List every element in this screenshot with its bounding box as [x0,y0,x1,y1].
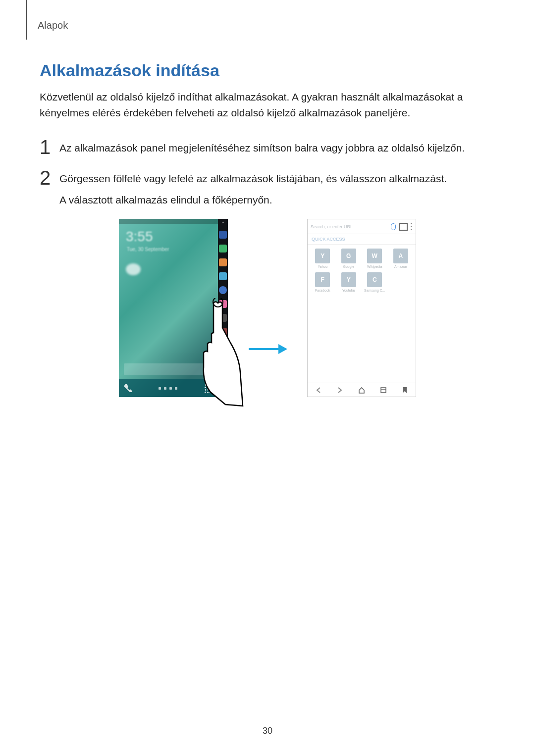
saved-pages-icon [380,387,387,394]
step-text: Az alkalmazások panel megjelenítéséhez s… [59,140,465,156]
chevron-down-icon: ⌄ [221,339,225,346]
chevron-up-icon: ⌃ [221,221,225,228]
step-2: 2 Görgessen fölfelé vagy lefelé az alkal… [40,168,495,208]
home-icon [358,387,365,394]
browser-toolbar: Search, or enter URL [308,219,416,234]
edge-internet-icon [219,286,227,294]
steps-list: 1 Az alkalmazások panel megjelenítéséhez… [40,137,495,208]
google-search-bar [124,363,214,375]
page-number: 30 [0,726,535,736]
weather-icon [126,263,141,275]
arrow-right-icon [248,343,287,357]
step-number: 1 [40,137,59,157]
svg-rect-3 [381,388,386,393]
dock-bar [119,379,218,397]
nav-dots [159,387,177,390]
phone-icon [124,384,132,392]
clock-time: 3:55 [126,229,153,245]
clock-date: Tue, 30 September [127,247,169,252]
step-1: 1 Az alkalmazások panel megjelenítéséhez… [40,137,495,157]
tile: AAmazon [390,249,412,268]
mic-icon [391,223,396,230]
edge-apps-icon [219,328,227,336]
step-number: 2 [40,168,59,208]
more-icon [411,223,413,230]
right-phone-mock: Search, or enter URL QUICK ACCESS YYahoo… [307,219,416,397]
edge-contacts-icon [219,258,227,266]
mic-icon [206,365,211,373]
step-text: A választott alkalmazás elindul a főképe… [59,192,447,208]
breadcrumb: Alapok [38,20,495,31]
intro-paragraph: Közvetlenül az oldalsó kijelző indíthat … [40,89,495,120]
url-bar-placeholder: Search, or enter URL [311,224,353,229]
quick-access-label: QUICK ACCESS [308,234,416,245]
bookmark-icon [401,387,408,394]
tile: YYoutube [338,272,360,292]
back-icon [315,387,322,394]
edge-phone-icon [219,245,227,252]
edge-play-icon [219,314,227,322]
svg-marker-2 [278,344,287,354]
edge-star-icon [219,231,227,239]
left-phone-mock: 3:55 Tue, 30 September ⌃ [119,219,228,397]
browser-bottom-bar [308,383,416,397]
instruction-figure: 3:55 Tue, 30 September ⌃ [40,219,495,397]
tile: FFacebook [312,272,334,292]
step-text: Görgessen fölfelé vagy lefelé az alkalma… [59,171,447,187]
forward-icon [336,387,343,394]
tile: CSamsung C... [364,272,386,292]
edge-panel: ⌃ ⌄ [218,219,228,397]
tile: WWikipedia [364,249,386,268]
tile: YYahoo [312,249,334,268]
edge-music-icon [219,300,227,308]
edge-messages-icon [219,272,227,280]
window-icon [400,224,407,230]
apps-grid-icon [204,384,213,393]
quick-access-grid: YYahoo GGoogle WWikipedia AAmazon FFaceb… [308,245,416,296]
section-heading: Alkalmazások indítása [40,61,495,80]
tile: GGoogle [338,249,360,268]
